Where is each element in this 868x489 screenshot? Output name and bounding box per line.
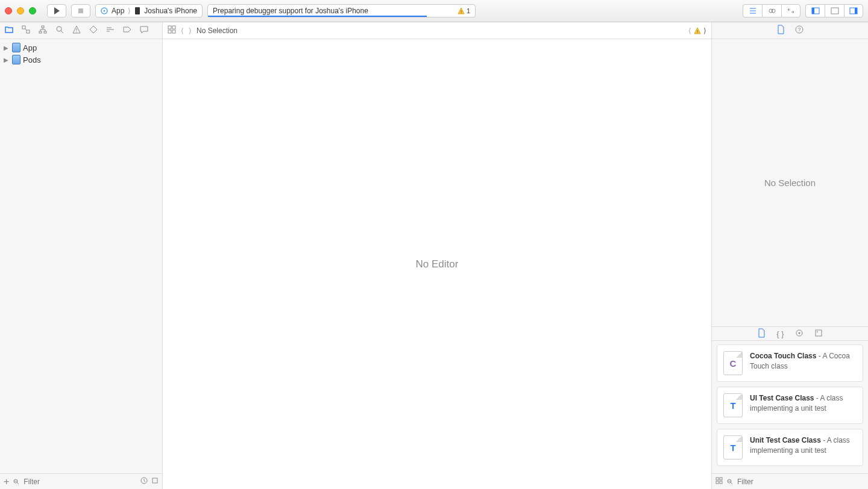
- warning-icon: !: [458, 7, 465, 14]
- activity-warning-badge[interactable]: ! 1: [458, 7, 470, 14]
- toggle-navigator-button[interactable]: [805, 4, 825, 17]
- svg-rect-39: [168, 26, 171, 29]
- related-items-button[interactable]: [168, 25, 176, 36]
- breakpoint-icon: [122, 25, 132, 34]
- svg-rect-4: [135, 7, 140, 14]
- scheme-selector[interactable]: App ⟩ Joshua's iPhone: [95, 4, 203, 17]
- toggle-debug-button[interactable]: [825, 4, 844, 17]
- run-button[interactable]: [47, 4, 66, 17]
- inspector-empty-state: No Selection: [712, 39, 868, 326]
- svg-line-56: [731, 482, 732, 484]
- symbol-navigator-tab[interactable]: [37, 25, 48, 36]
- tree-row-app[interactable]: ▶ App: [0, 42, 162, 54]
- scheme-device-label: Joshua's iPhone: [144, 7, 197, 15]
- main-content: ▶ App ▶ Pods + ⟨ ⟩ No Selection ⟨: [0, 22, 868, 489]
- navigator-filter-input[interactable]: [24, 478, 137, 486]
- activity-viewer[interactable]: Preparing debugger support for Joshua's …: [207, 4, 476, 17]
- svg-point-24: [57, 26, 61, 31]
- svg-point-50: [817, 331, 818, 332]
- standard-editor-button[interactable]: [743, 4, 762, 17]
- issue-navigator-tab[interactable]: [71, 25, 82, 36]
- toggle-inspector-button[interactable]: [844, 4, 863, 17]
- disclosure-triangle[interactable]: ▶: [4, 45, 10, 51]
- jump-bar-path[interactable]: No Selection: [197, 26, 237, 35]
- assistant-editor-button[interactable]: [762, 4, 781, 17]
- scm-filter-button[interactable]: [151, 477, 159, 486]
- library-item-title: Unit Test Case Class: [750, 436, 821, 444]
- square-icon: [151, 477, 159, 484]
- gauge-icon: [105, 25, 115, 34]
- svg-rect-38: [153, 478, 157, 483]
- help-icon: ?: [794, 25, 804, 34]
- warning-count: 1: [467, 7, 470, 14]
- breakpoint-navigator-tab[interactable]: [122, 25, 133, 36]
- code-snippet-library-tab[interactable]: { }: [776, 329, 784, 338]
- library-item-title: UI Test Case Class: [750, 394, 814, 402]
- panel-toggle-group: [805, 4, 863, 17]
- hierarchy-icon: [38, 25, 48, 34]
- library-item-title: Cocoa Touch Class: [750, 352, 816, 360]
- search-icon: [55, 25, 64, 34]
- svg-rect-51: [716, 478, 719, 480]
- recent-filter-button[interactable]: [140, 477, 148, 486]
- object-library-tab[interactable]: [795, 329, 804, 339]
- disclosure-triangle[interactable]: ▶: [4, 57, 10, 63]
- library-item-text: Cocoa Touch Class - A Cocoa Touch class: [750, 351, 857, 375]
- library-item[interactable]: T Unit Test Case Class - A class impleme…: [717, 429, 863, 466]
- quick-help-tab[interactable]: ?: [794, 25, 804, 36]
- svg-marker-33: [124, 27, 131, 32]
- filter-icon: [13, 478, 20, 485]
- add-button[interactable]: +: [4, 476, 9, 487]
- stop-button[interactable]: [71, 4, 90, 17]
- svg-rect-52: [720, 478, 722, 480]
- history-back-button[interactable]: ⟨: [181, 26, 184, 35]
- library-view-toggle[interactable]: [715, 477, 723, 486]
- jump-next-issue-button[interactable]: ⟩: [703, 26, 706, 35]
- inspector-empty-label: No Selection: [764, 178, 816, 188]
- source-control-navigator-tab[interactable]: [20, 25, 31, 36]
- svg-rect-54: [720, 481, 722, 484]
- history-forward-button[interactable]: ⟩: [189, 26, 192, 35]
- tree-row-pods[interactable]: ▶ Pods: [0, 54, 162, 66]
- play-icon: [52, 6, 61, 16]
- debug-navigator-tab[interactable]: [105, 25, 116, 36]
- svg-rect-17: [855, 8, 857, 14]
- svg-text:!: !: [697, 29, 698, 34]
- report-navigator-tab[interactable]: [139, 25, 149, 36]
- find-navigator-tab[interactable]: [54, 25, 65, 36]
- template-icon: T: [723, 435, 743, 459]
- grid-icon: [715, 477, 723, 484]
- library-item-text: Unit Test Case Class - A class implement…: [750, 435, 857, 459]
- file-inspector-tab[interactable]: [776, 25, 785, 36]
- media-library-tab[interactable]: [814, 329, 823, 339]
- library-filter-input[interactable]: [737, 478, 864, 486]
- right-panel-icon: [849, 6, 858, 16]
- maximize-window-button[interactable]: [29, 7, 36, 14]
- project-navigator-tab[interactable]: [4, 25, 14, 36]
- app-target-icon: [101, 7, 108, 14]
- document-icon: [776, 25, 785, 34]
- circle-icon: [795, 329, 804, 337]
- svg-rect-49: [816, 330, 822, 336]
- minimize-window-button[interactable]: [17, 7, 24, 14]
- svg-text:?: ?: [797, 26, 800, 33]
- arrows-icon: [786, 6, 796, 16]
- library-item[interactable]: T UI Test Case Class - A class implement…: [717, 387, 863, 424]
- speech-icon: [139, 25, 149, 34]
- library-list[interactable]: C Cocoa Touch Class - A Cocoa Touch clas…: [712, 341, 868, 473]
- svg-rect-23: [44, 31, 46, 33]
- svg-line-25: [61, 31, 63, 33]
- image-icon: [814, 329, 823, 337]
- svg-line-35: [17, 482, 19, 484]
- version-editor-button[interactable]: [781, 4, 800, 17]
- xcodeproj-icon: [12, 55, 20, 64]
- test-navigator-tab[interactable]: [88, 25, 99, 36]
- template-icon: C: [723, 351, 743, 375]
- project-tree[interactable]: ▶ App ▶ Pods: [0, 39, 162, 473]
- editor-area: ⟨ ⟩ No Selection ⟨ ! ⟩ No Editor: [163, 22, 711, 489]
- activity-text: Preparing debugger support for Joshua's …: [213, 7, 368, 15]
- close-window-button[interactable]: [5, 7, 12, 14]
- file-template-library-tab[interactable]: [757, 328, 766, 340]
- jump-prev-issue-button[interactable]: ⟨: [688, 26, 691, 35]
- library-item[interactable]: C Cocoa Touch Class - A Cocoa Touch clas…: [717, 344, 863, 382]
